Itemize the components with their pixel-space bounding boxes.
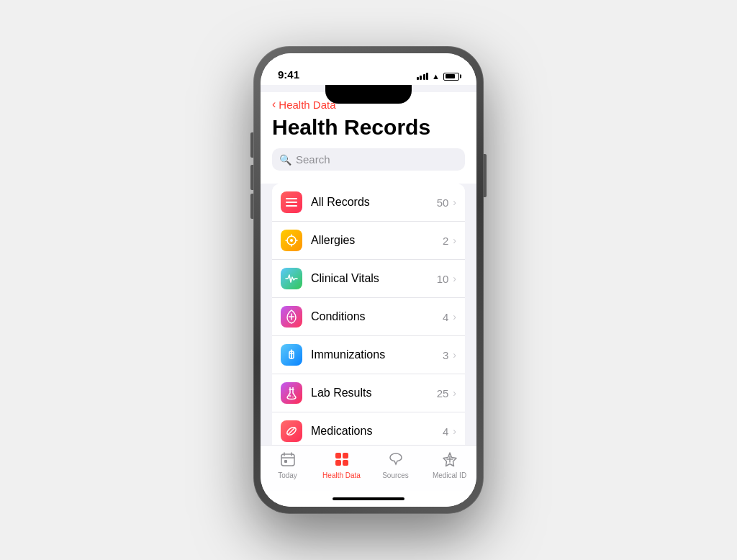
list-item-lab-results[interactable]: Lab Results 25 › — [272, 374, 465, 412]
svg-rect-21 — [281, 454, 294, 466]
home-indicator — [261, 491, 476, 507]
medications-label: Medications — [311, 425, 443, 438]
clinical-vitals-chevron-icon: › — [453, 273, 456, 284]
svg-point-1 — [290, 239, 293, 242]
health-data-tab-label: Health Data — [322, 471, 361, 479]
lab-results-count: 25 — [437, 387, 449, 399]
list-item-clinical-vitals[interactable]: Clinical Vitals 10 › — [272, 260, 465, 298]
sources-tab-icon — [388, 451, 404, 470]
status-icons: ▲ — [417, 72, 459, 81]
medications-count: 4 — [443, 425, 448, 438]
svg-rect-27 — [343, 453, 348, 459]
search-icon: 🔍 — [279, 154, 291, 166]
allergies-icon — [281, 230, 302, 251]
tab-medical-id[interactable]: Medical ID — [422, 451, 476, 479]
clinical-vitals-icon — [281, 268, 302, 289]
home-bar — [333, 497, 404, 500]
tab-today[interactable]: Today — [261, 451, 315, 479]
medical-id-tab-label: Medical ID — [433, 471, 466, 479]
header-section: ‹ Health Data Health Records 🔍 Search — [261, 92, 476, 184]
immunizations-count: 3 — [443, 349, 448, 361]
main-content: ‹ Health Data Health Records 🔍 Search — [261, 85, 476, 445]
all-records-chevron-icon: › — [453, 197, 456, 208]
clinical-vitals-label: Clinical Vitals — [311, 272, 437, 285]
battery-icon — [443, 73, 459, 81]
svg-rect-26 — [335, 453, 341, 459]
lab-results-label: Lab Results — [311, 387, 437, 399]
search-placeholder: Search — [296, 153, 330, 166]
allergies-chevron-icon: › — [453, 235, 456, 246]
status-time: 9:41 — [278, 68, 299, 81]
medical-id-tab-icon — [442, 451, 458, 470]
notch — [325, 85, 412, 104]
immunizations-chevron-icon: › — [453, 349, 456, 361]
medications-icon — [281, 420, 302, 442]
health-data-tab-icon — [334, 451, 350, 470]
list-item-allergies[interactable]: Allergies 2 › — [272, 222, 465, 260]
immunizations-icon — [281, 344, 302, 366]
today-tab-label: Today — [278, 471, 297, 479]
svg-point-13 — [289, 395, 291, 397]
conditions-label: Conditions — [311, 310, 443, 323]
content-inner: All Records 50 › — [261, 184, 476, 445]
all-records-icon — [281, 191, 302, 213]
phone-frame: 9:41 ▲ ‹ H — [253, 46, 484, 514]
phone-screen: 9:41 ▲ ‹ H — [261, 53, 476, 507]
svg-point-14 — [292, 397, 294, 398]
wifi-icon: ▲ — [432, 72, 440, 81]
tab-bar: Today Health Data — [261, 445, 476, 491]
signal-icon — [417, 73, 429, 80]
search-bar[interactable]: 🔍 Search — [272, 148, 465, 171]
page-title: Health Records — [272, 115, 465, 140]
allergies-count: 2 — [443, 235, 448, 247]
today-tab-icon — [280, 451, 296, 470]
conditions-icon — [281, 306, 302, 328]
list-item-immunizations[interactable]: Immunizations 3 › — [272, 336, 465, 374]
all-records-label: All Records — [311, 196, 437, 209]
status-bar: 9:41 ▲ — [261, 53, 476, 85]
sources-tab-label: Sources — [382, 471, 409, 479]
svg-rect-28 — [335, 460, 341, 466]
list-item-all-records[interactable]: All Records 50 › — [272, 184, 465, 222]
clinical-vitals-count: 10 — [437, 273, 449, 285]
immunizations-label: Immunizations — [311, 348, 443, 361]
tab-sources[interactable]: Sources — [368, 451, 422, 479]
conditions-count: 4 — [443, 311, 448, 323]
svg-rect-25 — [284, 460, 287, 463]
lab-results-chevron-icon: › — [453, 387, 456, 399]
tab-health-data[interactable]: Health Data — [315, 451, 368, 479]
screen: 9:41 ▲ ‹ H — [261, 53, 476, 507]
conditions-chevron-icon: › — [453, 311, 456, 322]
medications-chevron-icon: › — [453, 425, 456, 437]
list-item-conditions[interactable]: Conditions 4 › — [272, 298, 465, 336]
lab-results-icon — [281, 382, 302, 404]
list-item-medications[interactable]: Medications 4 › — [272, 412, 465, 445]
svg-rect-29 — [343, 460, 348, 466]
all-records-count: 50 — [437, 197, 449, 209]
back-label: Health Data — [279, 99, 335, 111]
records-list: All Records 50 › — [272, 184, 465, 445]
back-chevron-icon: ‹ — [272, 98, 276, 111]
allergies-label: Allergies — [311, 234, 443, 247]
